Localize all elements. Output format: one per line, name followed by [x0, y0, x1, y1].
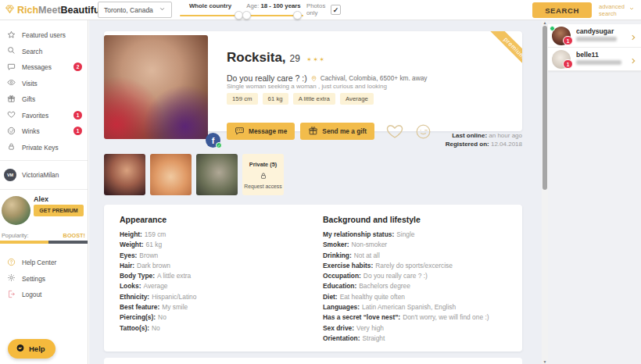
profile-chips: 159 cm 61 kg A little extra Average — [227, 93, 374, 105]
whole-country-slider[interactable] — [180, 15, 241, 16]
logo[interactable]: RichMeetBeautiful — [5, 4, 102, 16]
detail-row: Occupation:Do you really care ? :) — [323, 271, 514, 281]
logo-rich: Rich — [17, 5, 38, 16]
get-premium-button[interactable]: GET PREMIUM — [34, 205, 84, 216]
location-select[interactable]: Toronto, Canada — [98, 2, 172, 18]
detail-row: Eyes:Brown — [120, 251, 315, 261]
search-button[interactable]: SEARCH — [532, 2, 592, 18]
sidebar-item-settings[interactable]: Settings — [0, 271, 88, 287]
premium-ribbon-label: premium — [485, 31, 522, 77]
detail-row: Piercing(s):No — [120, 312, 315, 323]
current-user-block: Alex GET PREMIUM — [0, 194, 88, 229]
chat-icon — [7, 62, 16, 73]
sidebar-item-label: Visits — [22, 80, 38, 87]
conversation-list: 1 candysugar 1 belle11 — [548, 24, 641, 71]
age-filter: Age: 18 - 100 years — [244, 2, 303, 16]
unread-badge: 1 — [563, 59, 573, 69]
photo-thumbnail[interactable] — [150, 154, 192, 195]
registered-label: Registered on: — [446, 141, 489, 148]
sidebar-item-visits[interactable]: Visits — [0, 76, 88, 92]
logo-meet: Meet — [38, 5, 60, 16]
help-chat-button[interactable]: Help — [8, 339, 56, 359]
top-header: RichMeetBeautiful Toronto, Canada Whole … — [0, 0, 641, 20]
sidebar-item-logout[interactable]: Logout — [0, 287, 88, 303]
scrollbar-thumb[interactable] — [543, 26, 547, 190]
age-value: 18 - 100 years — [261, 2, 301, 9]
conversation-row-belle11[interactable]: 1 belle11 — [548, 48, 641, 71]
sidebar-item-favorites[interactable]: Favorites 1 — [0, 108, 88, 124]
sidebar-item-label: Search — [22, 48, 42, 55]
facebook-verified-badge[interactable]: f ✓ — [206, 133, 220, 148]
main-content: premium Rocksita, 29 ✶✶✶ Do you really c… — [89, 20, 542, 364]
sidebar-item-label: Settings — [22, 275, 45, 283]
send-gift-label: Send me a gift — [322, 127, 367, 135]
chip-looks: Average — [340, 93, 374, 105]
lock-icon — [7, 142, 16, 152]
detail-row: Height:159 cm — [120, 230, 315, 240]
detail-row: Smoker:Non-smoker — [323, 240, 514, 250]
sidebar-item-gifts[interactable]: Gifts — [0, 91, 88, 108]
photo-thumbnail[interactable] — [196, 154, 238, 195]
detail-row: Body Type:A little extra — [120, 271, 315, 281]
divider — [0, 189, 88, 190]
conversation-row-candysugar[interactable]: 1 candysugar — [548, 24, 641, 48]
premium-ribbon: premium — [477, 31, 522, 77]
victoriamilan-label: VictoriaMilan — [22, 171, 59, 179]
photos-only-checkbox[interactable]: ✓ — [331, 5, 341, 15]
message-me-label: Message me — [249, 127, 287, 135]
verified-check-icon: ✓ — [216, 142, 222, 148]
favorites-badge: 1 — [73, 111, 82, 120]
detail-row: Sex drive:Very high — [323, 323, 514, 334]
detail-row: Looks:Average — [120, 281, 315, 291]
appearance-section: Appearance Height:159 cm Weight:61 kg Ey… — [120, 215, 315, 334]
favorite-heart-button[interactable] — [385, 122, 405, 141]
advanced-search-link[interactable]: advanced search — [599, 3, 639, 17]
detail-row: Exercise habits:Rarely do sports/excerci… — [323, 261, 514, 271]
age-slider-handle-max[interactable] — [293, 11, 302, 20]
sidebar-item-search[interactable]: Search — [0, 44, 88, 60]
message-me-button[interactable]: Message me — [227, 123, 295, 140]
detail-row: Weight:61 kg — [120, 240, 315, 250]
boost-link[interactable]: BOOST! — [63, 232, 85, 239]
scroll-down-arrow[interactable]: ▼ — [542, 359, 548, 364]
private-photos-box[interactable]: Private (5) Request access — [242, 154, 284, 195]
whole-country-filter: Whole country — [180, 2, 241, 16]
chip-weight: 61 kg — [263, 93, 288, 105]
profile-stars: ✶✶✶ — [306, 56, 326, 63]
next-section-card — [104, 358, 522, 364]
eye-icon — [7, 78, 16, 88]
detail-row: Languages:Latin American Spanish, Englis… — [323, 302, 514, 312]
detail-row: Education:Bachelors degree — [323, 281, 514, 291]
wink-button[interactable] — [415, 123, 432, 140]
sidebar-item-messages[interactable]: Messages 2 — [0, 59, 88, 76]
detail-row: My relationship status:Single — [323, 230, 514, 240]
sidebar-item-featured-users[interactable]: Featured users — [0, 27, 88, 44]
search-icon — [7, 46, 16, 56]
sidebar-item-victoriamilan[interactable]: VM VictoriaMilan — [0, 166, 88, 184]
heart-icon — [385, 122, 405, 141]
wink-icon — [415, 123, 432, 140]
last-online-label: Last online: — [452, 132, 487, 139]
photos-only-label: Photos only — [306, 3, 327, 17]
send-gift-button[interactable]: Send me a gift — [300, 123, 374, 140]
scroll-up-arrow[interactable]: ▲ — [542, 20, 548, 25]
detail-row: Drinking:Not at all — [323, 251, 514, 261]
diamond-icon — [5, 4, 15, 16]
main-scrollbar[interactable]: ▲ ▼ — [542, 20, 548, 364]
help-button-label: Help — [29, 344, 45, 353]
winks-badge: 1 — [73, 127, 82, 135]
sidebar-item-winks[interactable]: Winks 1 — [0, 123, 88, 140]
profile-main-photo[interactable] — [104, 35, 208, 139]
whole-country-label: Whole country — [180, 2, 241, 9]
detail-row: Tattoo(s):No — [120, 323, 315, 334]
photo-thumbnail[interactable] — [104, 154, 145, 195]
location-value: Toronto, Canada — [104, 6, 153, 14]
advanced-search-label: advanced search — [599, 3, 625, 17]
unread-badge: 1 — [563, 36, 573, 45]
age-slider-handle-min[interactable] — [242, 11, 251, 20]
sidebar-item-help-center[interactable]: Help Center — [0, 255, 88, 271]
sidebar-item-private-keys[interactable]: Private Keys — [0, 140, 88, 156]
avatar[interactable] — [2, 196, 30, 225]
age-slider[interactable] — [244, 15, 303, 16]
logo-beautiful: Beautiful — [61, 5, 102, 16]
